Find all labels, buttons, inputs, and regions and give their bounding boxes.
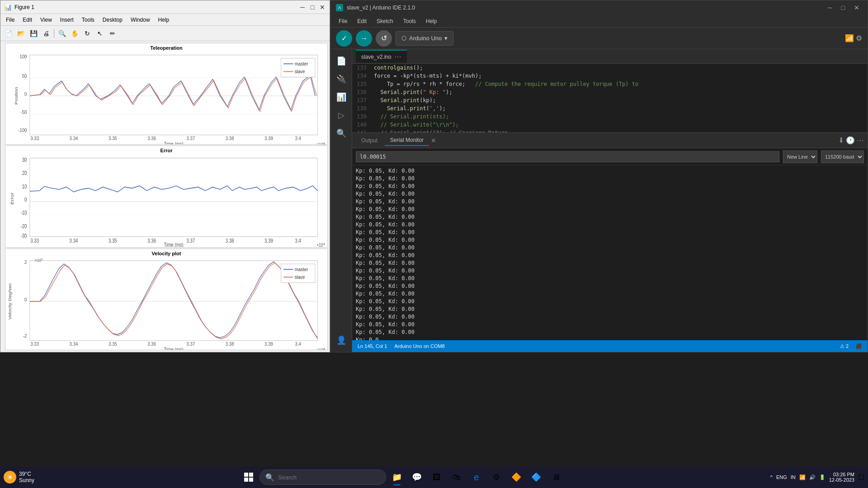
- arduino-menu-tools[interactable]: Tools: [399, 17, 420, 25]
- sidebar-libraries-button[interactable]: 📊: [333, 89, 349, 105]
- board-selector[interactable]: ⬡ Arduino Uno ▾: [396, 31, 453, 46]
- pan-button[interactable]: ✋: [69, 28, 80, 39]
- cursor-position: Ln 145, Col 1: [358, 343, 387, 349]
- svg-text:Error: Error: [9, 192, 14, 205]
- tray-battery-icon: 🔋: [819, 474, 826, 480]
- line-ending-select[interactable]: New Line: [783, 150, 817, 163]
- svg-text:3.33: 3.33: [30, 136, 39, 141]
- brush-button[interactable]: ✏: [107, 28, 118, 39]
- sidebar-debug-button[interactable]: ▷: [333, 107, 349, 123]
- taskbar-terminal[interactable]: 🖥: [547, 468, 565, 486]
- save-button[interactable]: 💾: [28, 28, 39, 39]
- taskbar-arduino[interactable]: 🔷: [527, 468, 545, 486]
- svg-text:Time (ms): Time (ms): [164, 347, 184, 350]
- svg-text:3.4: 3.4: [295, 136, 302, 141]
- svg-text:slave: slave: [295, 274, 305, 280]
- serial-input-field[interactable]: [356, 151, 779, 162]
- matlab-menu-view[interactable]: View: [37, 16, 56, 24]
- search-input[interactable]: [278, 474, 380, 481]
- open-file-button[interactable]: 📂: [15, 28, 27, 39]
- arduino-menu-edit[interactable]: Edit: [353, 17, 371, 25]
- arduino-menu-help[interactable]: Help: [421, 17, 442, 25]
- svg-text:slave: slave: [295, 69, 305, 74]
- settings-icon-button[interactable]: ⚙: [856, 34, 862, 42]
- error-chart: 30 20 10 0 -10 -20 -30 3.33 3.34 3.35 3.…: [5, 153, 327, 247]
- file-tab-slave: slave_v2.ino ⋯: [356, 50, 407, 63]
- zoom-button[interactable]: 🔍: [56, 28, 68, 39]
- velocity-chart: 2 0 -2 3.33 3.34 3.35 3.36 3.37 3.38 3.3…: [5, 256, 327, 350]
- baud-rate-select[interactable]: 115200 baud: [821, 150, 864, 163]
- serial-tabs: Output Serial Monitor ✕ ⬇ 🕐 ⋯: [352, 133, 868, 148]
- clock[interactable]: 03:26 PM 12-05-2023: [829, 472, 854, 483]
- notification-icon[interactable]: ☐: [858, 473, 864, 482]
- arduino-menu-file[interactable]: File: [334, 17, 352, 25]
- rotate-button[interactable]: ↻: [81, 28, 93, 39]
- svg-text:3.4: 3.4: [295, 238, 301, 244]
- taskbar-chat[interactable]: 💬: [408, 468, 426, 486]
- arduino-window: A slave_v2 | Arduino IDE 2.1.0 ─ □ ✕ Fil…: [330, 0, 868, 352]
- matlab-menu-desktop[interactable]: Desktop: [99, 16, 126, 24]
- serial-output-line: Kp: 0.05, Kd: 0.00: [356, 267, 864, 275]
- serial-input-bar: New Line 115200 baud: [352, 148, 868, 165]
- taskbar-edge[interactable]: e: [467, 468, 486, 486]
- search-icon: 🔍: [265, 473, 274, 482]
- windows-start-button[interactable]: [240, 468, 258, 486]
- serial-monitor-tab[interactable]: Serial Monitor: [385, 135, 429, 146]
- matlab-menu-edit[interactable]: Edit: [19, 16, 36, 24]
- sidebar-boards-button[interactable]: 🔌: [333, 71, 349, 87]
- arduino-close-button[interactable]: ✕: [851, 4, 862, 11]
- taskbar-store[interactable]: 🛍: [448, 468, 466, 486]
- matlab-menu-window[interactable]: Window: [127, 16, 154, 24]
- code-editor[interactable]: 133 controlgains(); 134 force = -kp*(sts…: [352, 64, 868, 132]
- svg-text:3.37: 3.37: [186, 136, 195, 141]
- new-file-button[interactable]: 📄: [2, 28, 14, 39]
- sidebar-user-button[interactable]: 👤: [333, 332, 349, 348]
- verify-button[interactable]: ✓: [336, 30, 352, 47]
- svg-text:100: 100: [19, 54, 27, 60]
- code-line-133: 133 controlgains();: [352, 64, 868, 72]
- print-button[interactable]: 🖨: [40, 28, 52, 39]
- signal-icon-button[interactable]: 📶: [845, 34, 854, 42]
- file-tab-more-button[interactable]: ⋯: [394, 52, 401, 61]
- sidebar-search-button[interactable]: 🔍: [333, 125, 349, 141]
- arduino-main: 📄 🔌 📊 ▷ 🔍 👤 slave_v2.ino ⋯: [330, 49, 868, 352]
- matlab-minimize-button[interactable]: ─: [299, 4, 306, 11]
- cursor-button[interactable]: ↖: [94, 28, 106, 39]
- taskbar-matlab[interactable]: 🔶: [507, 468, 525, 486]
- serial-output-line: Kp: 0.05, Kd: 0.00: [356, 229, 864, 236]
- matlab-menu-file[interactable]: File: [2, 16, 18, 24]
- output-tab[interactable]: Output: [356, 136, 383, 145]
- svg-text:Velocity Deg/sec: Velocity Deg/sec: [8, 283, 12, 319]
- search-bar[interactable]: 🔍: [259, 469, 386, 485]
- serial-output-line: Kp: 0.05, Kd: 0.00: [356, 167, 864, 175]
- arduino-statusbar: Ln 145, Col 1 Arduino Uno on COM8 ⚠ 2 ⬛: [352, 340, 868, 352]
- matlab-menu-insert[interactable]: Insert: [57, 16, 77, 24]
- svg-text:3.39: 3.39: [264, 136, 273, 141]
- serial-monitor-close-button[interactable]: ✕: [431, 137, 436, 144]
- svg-text:30: 30: [22, 157, 27, 163]
- arduino-menu-sketch[interactable]: Sketch: [372, 17, 398, 25]
- arduino-minimize-button[interactable]: ─: [825, 4, 835, 11]
- taskbar-right: ^ ENG IN 📶 🔊 🔋 03:26 PM 12-05-2023 ☐: [770, 472, 864, 483]
- arduino-editor-area: slave_v2.ino ⋯ 133 controlgains(); 134 f…: [352, 49, 868, 352]
- sidebar-files-button[interactable]: 📄: [333, 53, 349, 69]
- teleoperation-chart: 100 50 0 -50 -100 3.33 3.34 3.35 3.36 3.…: [5, 51, 327, 144]
- tray-chevron[interactable]: ^: [770, 474, 773, 480]
- taskbar-photos[interactable]: 🖼: [428, 468, 446, 486]
- matlab-resize-handle[interactable]: [325, 0, 330, 352]
- serial-timestamp-button[interactable]: 🕐: [846, 136, 855, 145]
- arduino-maximize-button[interactable]: □: [839, 4, 848, 11]
- filename-label: slave_v2.ino: [361, 54, 392, 60]
- svg-text:3.39: 3.39: [264, 238, 273, 244]
- matlab-menu-tools[interactable]: Tools: [78, 16, 98, 24]
- taskbar-file-explorer[interactable]: 📁: [388, 468, 406, 486]
- upload-button[interactable]: →: [356, 30, 372, 47]
- debug-button[interactable]: ↺: [376, 30, 392, 47]
- taskbar-settings[interactable]: ⚙: [487, 468, 505, 486]
- serial-scroll-button[interactable]: ⬇: [838, 136, 844, 145]
- matlab-menu-help[interactable]: Help: [155, 16, 173, 24]
- svg-text:0: 0: [24, 91, 27, 97]
- matlab-maximize-button[interactable]: □: [309, 4, 316, 11]
- serial-more-button[interactable]: ⋯: [857, 136, 864, 145]
- serial-output-line: Kp: 0.05, Kd: 0.00: [356, 305, 864, 313]
